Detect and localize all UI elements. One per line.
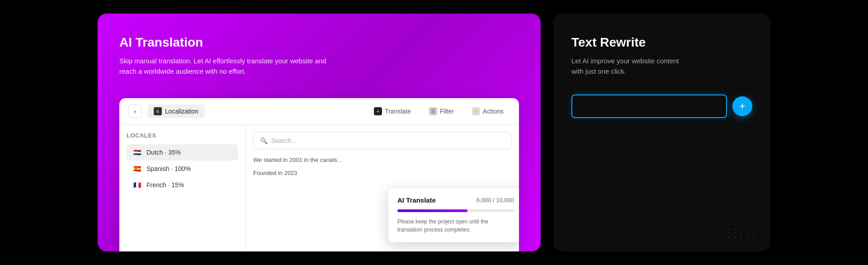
left-panel: AI Translation Skip manual translation. … (98, 14, 541, 251)
filter-button[interactable]: ☰ Filter (423, 104, 460, 118)
locale-item-dutch[interactable]: 🇳🇱 Dutch · 35% (127, 144, 238, 161)
dot (734, 232, 736, 234)
dot (747, 232, 748, 234)
locale-item-spanish[interactable]: 🇪🇸 Spanish · 100% (127, 161, 238, 177)
dot (728, 237, 729, 238)
search-bar[interactable]: 🔍 Search... (253, 132, 512, 149)
main-container: AI Translation Skip manual translation. … (0, 0, 868, 265)
app-window: ‹ ≡ Localization + Translate ☰ Filter ⚡ (119, 98, 519, 251)
dot-grid (728, 228, 757, 238)
actions-icon: ⚡ (472, 107, 480, 115)
localization-label: Localization (165, 108, 198, 115)
filter-label: Filter (440, 108, 454, 115)
right-panel-subtitle: Let AI improve your website content with… (571, 56, 689, 76)
localization-button[interactable]: ≡ Localization (147, 104, 205, 118)
left-panel-subtitle: Skip manual translation. Let AI effortle… (119, 56, 327, 76)
dot (741, 232, 742, 234)
locale-item-french[interactable]: 🇫🇷 French · 15% (127, 177, 238, 193)
dot (753, 237, 755, 238)
back-icon: ‹ (134, 108, 137, 115)
flag-dutch: 🇳🇱 (132, 149, 142, 156)
dot (741, 237, 742, 238)
search-placeholder: Search... (271, 137, 297, 144)
translate-button[interactable]: + Translate (368, 104, 417, 118)
dot (728, 228, 729, 230)
dot (741, 228, 742, 230)
back-button[interactable]: ‹ (128, 104, 142, 118)
filter-icon: ☰ (429, 107, 437, 115)
dot (747, 228, 748, 230)
flag-spanish: 🇪🇸 (132, 165, 142, 172)
ai-popup-count: 6,000 / 10,000 (476, 197, 514, 203)
ai-translate-popup: AI Translate 6,000 / 10,000 Please keep … (388, 188, 519, 242)
text-input-area: + (571, 95, 752, 118)
locales-panel: Locales 🇳🇱 Dutch · 35% 🇪🇸 Spanish · 100%… (119, 125, 246, 251)
dot (753, 232, 755, 234)
content-panel: 🔍 Search... We started in 2001 in the ca… (246, 125, 519, 251)
locale-label-dutch: Dutch · 35% (146, 149, 181, 156)
locales-heading: Locales (127, 132, 238, 139)
content-text-2: Founded in 2023 (253, 169, 512, 178)
ai-popup-title: AI Translate (397, 196, 436, 204)
locale-label-french: French · 15% (146, 181, 184, 189)
left-panel-header: AI Translation Skip manual translation. … (119, 35, 519, 76)
progress-bar-fill (397, 209, 467, 212)
localization-icon: ≡ (154, 107, 162, 115)
app-toolbar: ‹ ≡ Localization + Translate ☰ Filter ⚡ (119, 98, 519, 125)
add-icon: + (740, 100, 745, 112)
translate-label: Translate (385, 108, 411, 115)
dot (734, 237, 736, 238)
actions-label: Actions (483, 108, 504, 115)
add-button[interactable]: + (732, 96, 752, 116)
text-rewrite-input[interactable] (571, 95, 727, 118)
content-text: We started in 2001 in the canals... Foun… (253, 156, 512, 178)
decorative-dots (728, 228, 757, 238)
right-panel: Text Rewrite Let AI improve your website… (553, 14, 770, 251)
dot (747, 237, 748, 238)
flag-french: 🇫🇷 (132, 181, 142, 189)
dot (728, 232, 729, 234)
content-text-1: We started in 2001 in the canals... (253, 156, 512, 165)
right-panel-title: Text Rewrite (571, 35, 752, 50)
search-icon: 🔍 (260, 137, 268, 144)
progress-bar-track (397, 209, 514, 212)
app-content: Locales 🇳🇱 Dutch · 35% 🇪🇸 Spanish · 100%… (119, 125, 519, 251)
locale-label-spanish: Spanish · 100% (146, 165, 191, 172)
ai-popup-description: Please keep the project open until the t… (397, 218, 514, 234)
dot (753, 228, 755, 230)
left-panel-title: AI Translation (119, 35, 519, 50)
translate-icon: + (374, 107, 382, 115)
ai-popup-header: AI Translate 6,000 / 10,000 (397, 196, 514, 204)
dot (734, 228, 736, 230)
actions-button[interactable]: ⚡ Actions (466, 104, 510, 118)
